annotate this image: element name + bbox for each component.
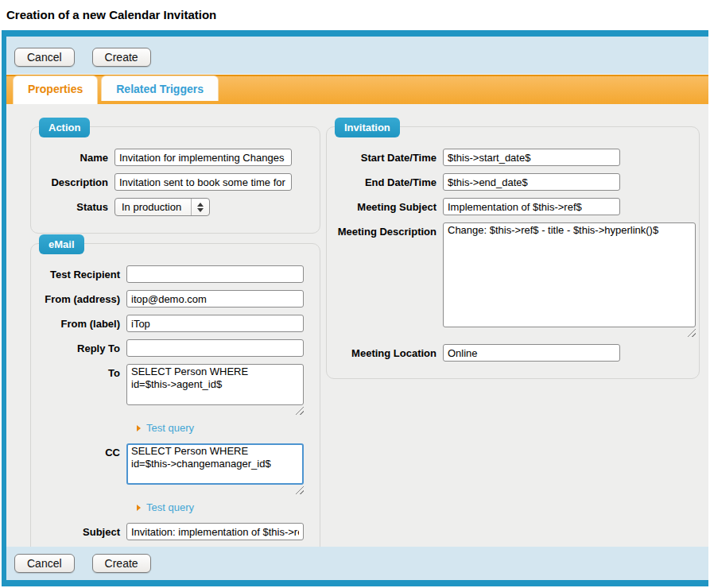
meeting-subject-label: Meeting Subject: [333, 198, 443, 213]
start-datetime-input[interactable]: [443, 149, 620, 166]
test-recipient-label: Test Recipient: [37, 265, 126, 280]
resize-grip[interactable]: [295, 485, 304, 494]
end-datetime-input[interactable]: [443, 173, 620, 191]
from-address-row: From (address): [37, 290, 310, 308]
test-recipient-row: Test Recipient: [37, 265, 310, 283]
subject-row: Subject: [37, 523, 310, 540]
tab-related-triggers[interactable]: Related Triggers: [101, 75, 219, 101]
triangle-right-icon: [137, 425, 141, 431]
test-query-link-to[interactable]: Test query: [137, 422, 310, 434]
from-label-label: From (label): [37, 315, 126, 330]
reply-to-input[interactable]: [126, 339, 304, 357]
cancel-button-bottom[interactable]: Cancel: [14, 554, 75, 573]
subject-input[interactable]: [126, 523, 304, 540]
bottom-toolbar: Cancel Create: [6, 547, 708, 580]
name-label: Name: [37, 149, 114, 164]
from-address-input[interactable]: [126, 290, 304, 308]
name-row: Name: [37, 149, 310, 166]
status-row: Status In production: [37, 198, 310, 216]
description-label: Description: [37, 173, 114, 188]
tab-properties[interactable]: Properties: [13, 75, 98, 104]
cc-row: CC SELECT Person WHERE id=$this->changem…: [37, 443, 310, 494]
reply-to-row: Reply To: [37, 339, 310, 357]
action-fieldset: Action Name Description Status In produc…: [30, 126, 320, 234]
create-button-bottom[interactable]: Create: [92, 554, 151, 573]
create-button-top[interactable]: Create: [92, 48, 151, 67]
meeting-location-row: Meeting Location: [333, 344, 689, 362]
to-row: To SELECT Person WHERE id=$this->agent_i…: [37, 364, 310, 415]
meeting-subject-row: Meeting Subject: [333, 198, 689, 215]
end-datetime-label: End Date/Time: [333, 173, 443, 188]
triangle-right-icon: [137, 505, 141, 511]
right-column: Invitation Start Date/Time End Date/Time…: [326, 117, 700, 379]
test-recipient-input[interactable]: [126, 265, 304, 283]
from-label-row: From (label): [37, 315, 310, 332]
reply-to-label: Reply To: [37, 339, 126, 354]
to-label: To: [37, 364, 126, 379]
select-arrows-icon: [191, 199, 209, 215]
end-datetime-row: End Date/Time: [333, 173, 689, 191]
status-select[interactable]: In production: [114, 198, 210, 216]
cancel-button-top[interactable]: Cancel: [14, 48, 75, 67]
description-row: Description: [37, 173, 310, 191]
name-input[interactable]: [114, 149, 292, 166]
form-panel: Cancel Create Properties Related Trigger…: [2, 30, 708, 586]
page-title: Creation of a new Calendar Invitation: [0, 0, 710, 30]
start-datetime-label: Start Date/Time: [333, 149, 443, 164]
subject-label: Subject: [37, 523, 126, 538]
invitation-legend: Invitation: [335, 118, 400, 137]
meeting-description-textarea[interactable]: Change: $this->ref$ - title - $this->hyp…: [443, 222, 696, 327]
test-query-link-label: Test query: [146, 422, 194, 434]
meeting-subject-input[interactable]: [443, 198, 620, 215]
meeting-description-label: Meeting Description: [333, 222, 443, 238]
cc-label: CC: [37, 443, 126, 458]
resize-grip[interactable]: [687, 328, 696, 337]
from-label-input[interactable]: [126, 315, 304, 332]
cc-textarea[interactable]: SELECT Person WHERE id=$this->changemana…: [126, 443, 304, 485]
invitation-fieldset: Invitation Start Date/Time End Date/Time…: [326, 126, 700, 379]
tab-bar: Properties Related Triggers: [6, 75, 708, 104]
properties-tab-content: Action Name Description Status In produc…: [6, 104, 708, 547]
test-query-link-cc[interactable]: Test query: [137, 501, 310, 513]
status-select-value: In production: [122, 201, 181, 213]
description-input[interactable]: [114, 173, 292, 191]
email-fieldset: eMail Test Recipient From (address) From…: [30, 243, 320, 547]
meeting-location-label: Meeting Location: [333, 344, 443, 359]
top-toolbar: Cancel Create: [6, 37, 708, 72]
test-query-link-label: Test query: [146, 501, 194, 513]
meeting-location-input[interactable]: [443, 344, 620, 362]
start-datetime-row: Start Date/Time: [333, 149, 689, 166]
left-column: Action Name Description Status In produc…: [30, 117, 320, 547]
email-legend: eMail: [39, 234, 84, 254]
status-label: Status: [37, 198, 114, 213]
to-textarea[interactable]: SELECT Person WHERE id=$this->agent_id$: [126, 364, 304, 405]
meeting-description-row: Meeting Description Change: $this->ref$ …: [333, 222, 689, 337]
action-legend: Action: [39, 118, 90, 137]
resize-grip[interactable]: [295, 406, 304, 415]
from-address-label: From (address): [37, 290, 126, 305]
